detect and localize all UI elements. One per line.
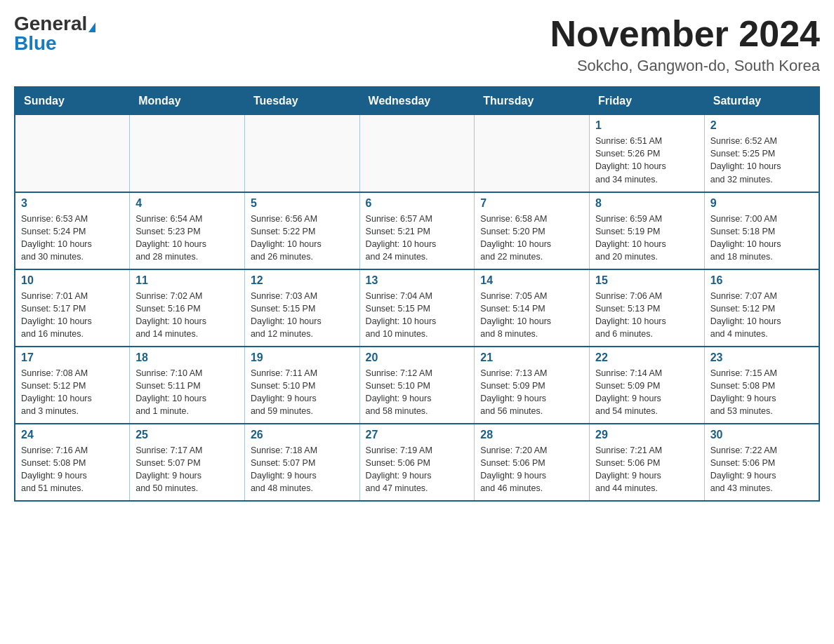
calendar-cell: 8Sunrise: 6:59 AM Sunset: 5:19 PM Daylig… (590, 192, 705, 269)
day-number: 19 (251, 351, 354, 364)
page-header: General Blue November 2024 Sokcho, Gangw… (14, 14, 820, 75)
calendar-cell (15, 115, 130, 192)
day-info: Sunrise: 6:59 AM Sunset: 5:19 PM Dayligh… (595, 213, 699, 264)
day-number: 14 (480, 274, 583, 287)
calendar-cell: 4Sunrise: 6:54 AM Sunset: 5:23 PM Daylig… (130, 192, 245, 269)
day-info: Sunrise: 7:00 AM Sunset: 5:18 PM Dayligh… (710, 213, 813, 264)
day-info: Sunrise: 7:11 AM Sunset: 5:10 PM Dayligh… (251, 367, 354, 418)
calendar-cell: 30Sunrise: 7:22 AM Sunset: 5:06 PM Dayli… (704, 424, 819, 501)
day-info: Sunrise: 7:08 AM Sunset: 5:12 PM Dayligh… (21, 367, 124, 418)
day-number: 28 (480, 429, 583, 441)
day-info: Sunrise: 7:16 AM Sunset: 5:08 PM Dayligh… (21, 444, 124, 495)
calendar-cell (244, 115, 359, 192)
day-number: 13 (366, 274, 469, 287)
day-number: 11 (135, 274, 239, 287)
day-info: Sunrise: 6:54 AM Sunset: 5:23 PM Dayligh… (135, 213, 239, 264)
day-info: Sunrise: 7:01 AM Sunset: 5:17 PM Dayligh… (21, 290, 124, 341)
title-block: November 2024 Sokcho, Gangwon-do, South … (550, 14, 820, 75)
calendar-cell: 28Sunrise: 7:20 AM Sunset: 5:06 PM Dayli… (475, 424, 590, 501)
calendar-cell: 6Sunrise: 6:57 AM Sunset: 5:21 PM Daylig… (359, 192, 475, 269)
day-info: Sunrise: 7:17 AM Sunset: 5:07 PM Dayligh… (135, 444, 239, 495)
calendar-cell: 1Sunrise: 6:51 AM Sunset: 5:26 PM Daylig… (590, 115, 705, 192)
day-number: 22 (595, 351, 699, 364)
day-number: 16 (710, 274, 813, 287)
day-number: 21 (480, 351, 583, 364)
day-info: Sunrise: 7:10 AM Sunset: 5:11 PM Dayligh… (135, 367, 239, 418)
logo-blue: Blue (14, 34, 57, 53)
day-number: 12 (251, 274, 354, 287)
calendar-cell: 14Sunrise: 7:05 AM Sunset: 5:14 PM Dayli… (475, 269, 590, 347)
day-info: Sunrise: 7:13 AM Sunset: 5:09 PM Dayligh… (480, 367, 583, 418)
day-info: Sunrise: 7:05 AM Sunset: 5:14 PM Dayligh… (480, 290, 583, 341)
calendar-cell: 25Sunrise: 7:17 AM Sunset: 5:07 PM Dayli… (130, 424, 245, 501)
day-number: 5 (251, 197, 354, 210)
day-info: Sunrise: 7:07 AM Sunset: 5:12 PM Dayligh… (710, 290, 813, 341)
day-info: Sunrise: 7:02 AM Sunset: 5:16 PM Dayligh… (135, 290, 239, 341)
day-info: Sunrise: 6:51 AM Sunset: 5:26 PM Dayligh… (595, 135, 699, 186)
day-info: Sunrise: 6:53 AM Sunset: 5:24 PM Dayligh… (21, 213, 124, 264)
calendar-cell: 5Sunrise: 6:56 AM Sunset: 5:22 PM Daylig… (244, 192, 359, 269)
calendar-cell: 23Sunrise: 7:15 AM Sunset: 5:08 PM Dayli… (704, 347, 819, 424)
calendar-cell: 16Sunrise: 7:07 AM Sunset: 5:12 PM Dayli… (704, 269, 819, 347)
day-number: 17 (21, 351, 124, 364)
calendar-cell: 18Sunrise: 7:10 AM Sunset: 5:11 PM Dayli… (130, 347, 245, 424)
calendar-cell: 12Sunrise: 7:03 AM Sunset: 5:15 PM Dayli… (244, 269, 359, 347)
logo: General Blue (14, 14, 95, 53)
day-info: Sunrise: 6:58 AM Sunset: 5:20 PM Dayligh… (480, 213, 583, 264)
day-info: Sunrise: 7:22 AM Sunset: 5:06 PM Dayligh… (710, 444, 813, 495)
day-info: Sunrise: 7:15 AM Sunset: 5:08 PM Dayligh… (710, 367, 813, 418)
day-number: 29 (595, 429, 699, 441)
day-info: Sunrise: 6:56 AM Sunset: 5:22 PM Dayligh… (251, 213, 354, 264)
column-header-sunday: Sunday (15, 87, 130, 115)
day-info: Sunrise: 6:57 AM Sunset: 5:21 PM Dayligh… (366, 213, 469, 264)
day-info: Sunrise: 6:52 AM Sunset: 5:25 PM Dayligh… (710, 135, 813, 186)
day-info: Sunrise: 7:04 AM Sunset: 5:15 PM Dayligh… (366, 290, 469, 341)
day-number: 9 (710, 197, 813, 210)
column-header-monday: Monday (130, 87, 245, 115)
day-number: 20 (366, 351, 469, 364)
calendar-cell: 19Sunrise: 7:11 AM Sunset: 5:10 PM Dayli… (244, 347, 359, 424)
logo-general: General (14, 13, 87, 34)
column-header-wednesday: Wednesday (359, 87, 475, 115)
day-info: Sunrise: 7:18 AM Sunset: 5:07 PM Dayligh… (251, 444, 354, 495)
day-info: Sunrise: 7:20 AM Sunset: 5:06 PM Dayligh… (480, 444, 583, 495)
day-number: 6 (366, 197, 469, 210)
day-number: 4 (135, 197, 239, 210)
column-header-thursday: Thursday (475, 87, 590, 115)
day-info: Sunrise: 7:03 AM Sunset: 5:15 PM Dayligh… (251, 290, 354, 341)
day-number: 3 (21, 197, 124, 210)
week-row-1: 1Sunrise: 6:51 AM Sunset: 5:26 PM Daylig… (15, 115, 819, 192)
column-header-friday: Friday (590, 87, 705, 115)
day-number: 23 (710, 351, 813, 364)
calendar-cell: 20Sunrise: 7:12 AM Sunset: 5:10 PM Dayli… (359, 347, 475, 424)
calendar-cell: 26Sunrise: 7:18 AM Sunset: 5:07 PM Dayli… (244, 424, 359, 501)
calendar-cell (130, 115, 245, 192)
calendar-cell: 15Sunrise: 7:06 AM Sunset: 5:13 PM Dayli… (590, 269, 705, 347)
calendar-header-row: SundayMondayTuesdayWednesdayThursdayFrid… (15, 87, 819, 115)
calendar-cell: 2Sunrise: 6:52 AM Sunset: 5:25 PM Daylig… (704, 115, 819, 192)
calendar-cell: 7Sunrise: 6:58 AM Sunset: 5:20 PM Daylig… (475, 192, 590, 269)
week-row-2: 3Sunrise: 6:53 AM Sunset: 5:24 PM Daylig… (15, 192, 819, 269)
location: Sokcho, Gangwon-do, South Korea (550, 57, 820, 75)
calendar-cell: 29Sunrise: 7:21 AM Sunset: 5:06 PM Dayli… (590, 424, 705, 501)
day-number: 27 (366, 429, 469, 441)
calendar-cell (359, 115, 475, 192)
day-number: 1 (595, 119, 699, 132)
day-info: Sunrise: 7:21 AM Sunset: 5:06 PM Dayligh… (595, 444, 699, 495)
day-number: 10 (21, 274, 124, 287)
day-number: 24 (21, 429, 124, 441)
calendar-cell: 3Sunrise: 6:53 AM Sunset: 5:24 PM Daylig… (15, 192, 130, 269)
day-info: Sunrise: 7:14 AM Sunset: 5:09 PM Dayligh… (595, 367, 699, 418)
calendar-cell: 13Sunrise: 7:04 AM Sunset: 5:15 PM Dayli… (359, 269, 475, 347)
calendar-cell: 24Sunrise: 7:16 AM Sunset: 5:08 PM Dayli… (15, 424, 130, 501)
column-header-tuesday: Tuesday (244, 87, 359, 115)
calendar-cell: 27Sunrise: 7:19 AM Sunset: 5:06 PM Dayli… (359, 424, 475, 501)
calendar-cell: 10Sunrise: 7:01 AM Sunset: 5:17 PM Dayli… (15, 269, 130, 347)
calendar-cell: 22Sunrise: 7:14 AM Sunset: 5:09 PM Dayli… (590, 347, 705, 424)
day-number: 30 (710, 429, 813, 441)
calendar-cell: 9Sunrise: 7:00 AM Sunset: 5:18 PM Daylig… (704, 192, 819, 269)
logo-text: General (14, 14, 95, 34)
day-number: 8 (595, 197, 699, 210)
day-info: Sunrise: 7:12 AM Sunset: 5:10 PM Dayligh… (366, 367, 469, 418)
week-row-5: 24Sunrise: 7:16 AM Sunset: 5:08 PM Dayli… (15, 424, 819, 501)
